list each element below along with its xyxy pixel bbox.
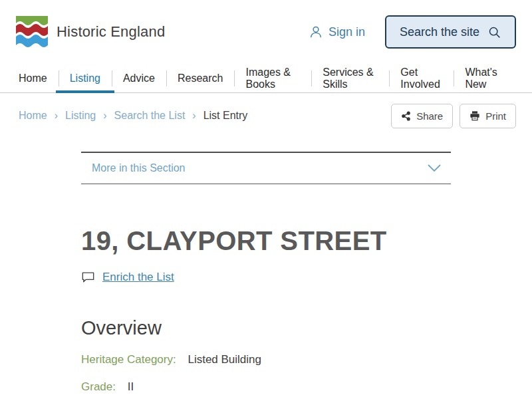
breadcrumb-separator-icon: › bbox=[103, 110, 106, 122]
print-button-label: Print bbox=[485, 110, 506, 122]
overview-heading: Overview bbox=[81, 317, 451, 339]
sign-in-link[interactable]: Sign in bbox=[309, 25, 365, 39]
nav-item-services-skills[interactable]: Services & Skills bbox=[311, 64, 389, 92]
nav-item-whats-new[interactable]: What's New bbox=[454, 64, 516, 92]
nav-item-listing[interactable]: Listing bbox=[59, 64, 112, 92]
sign-in-label: Sign in bbox=[329, 25, 365, 39]
more-in-this-section-label: More in this Section bbox=[92, 162, 186, 174]
breadcrumb: Home › Listing › Search the List › List … bbox=[19, 110, 391, 122]
nav-item-advice[interactable]: Advice bbox=[112, 64, 166, 92]
share-button-label: Share bbox=[416, 110, 443, 122]
share-button[interactable]: Share bbox=[391, 104, 453, 128]
main-content: More in this Section 19, CLAYPORT STREET… bbox=[81, 152, 451, 394]
site-header: Historic England Sign in Search the site bbox=[0, 0, 532, 64]
search-site-button[interactable]: Search the site bbox=[385, 15, 516, 49]
grade-field: Grade: II bbox=[81, 380, 451, 394]
nav-item-research[interactable]: Research bbox=[166, 64, 234, 92]
page-title: 19, CLAYPORT STREET bbox=[81, 226, 451, 256]
breadcrumb-link-search-the-list[interactable]: Search the List bbox=[114, 110, 186, 122]
breadcrumb-row: Home › Listing › Search the List › List … bbox=[0, 93, 532, 130]
magnifier-icon bbox=[487, 25, 501, 39]
breadcrumb-separator-icon: › bbox=[55, 110, 58, 122]
enrich-the-list-row: Enrich the List bbox=[81, 271, 451, 284]
brand-wordmark: Historic England bbox=[57, 23, 165, 41]
primary-nav: Home Listing Advice Research Images & Bo… bbox=[0, 64, 532, 93]
heritage-category-value: Listed Building bbox=[188, 353, 261, 366]
grade-value: II bbox=[128, 380, 134, 393]
person-icon bbox=[309, 25, 323, 39]
grade-label: Grade: bbox=[81, 380, 116, 393]
heritage-category-label: Heritage Category: bbox=[81, 353, 176, 366]
breadcrumb-current: List Entry bbox=[203, 110, 248, 122]
print-button[interactable]: Print bbox=[460, 104, 516, 128]
nav-item-home[interactable]: Home bbox=[16, 64, 59, 92]
speech-bubble-icon bbox=[81, 271, 95, 283]
printer-icon bbox=[469, 110, 480, 121]
historic-england-logo[interactable]: Historic England bbox=[16, 16, 165, 48]
more-in-this-section-dropdown[interactable]: More in this Section bbox=[81, 152, 451, 184]
breadcrumb-link-listing[interactable]: Listing bbox=[65, 110, 96, 122]
heritage-category-field: Heritage Category: Listed Building bbox=[81, 353, 451, 366]
breadcrumb-separator-icon: › bbox=[192, 110, 196, 122]
enrich-the-list-link[interactable]: Enrich the List bbox=[102, 271, 174, 284]
breadcrumb-link-home[interactable]: Home bbox=[19, 110, 47, 122]
nav-item-images-books[interactable]: Images & Books bbox=[234, 64, 311, 92]
share-nodes-icon bbox=[401, 111, 411, 121]
historic-england-waves-icon bbox=[16, 16, 48, 48]
chevron-down-icon bbox=[427, 164, 442, 173]
nav-item-get-involved[interactable]: Get Involved bbox=[389, 64, 454, 92]
search-site-label: Search the site bbox=[400, 25, 479, 39]
